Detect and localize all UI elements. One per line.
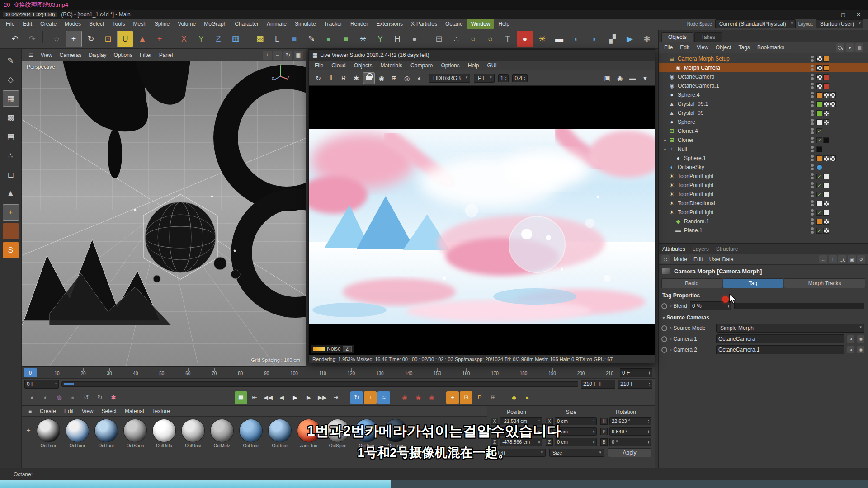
- object-tree-row[interactable]: + ⊞ Cloner.4 ✓: [659, 127, 868, 136]
- orange-tag-chip[interactable]: [816, 155, 822, 161]
- points-mode-icon[interactable]: ∴: [3, 147, 19, 164]
- visibility-dots[interactable]: [811, 155, 816, 161]
- display-filter-icon[interactable]: ▩: [252, 31, 268, 47]
- attributes-menu-item[interactable]: User Data: [706, 254, 737, 264]
- goto-start-icon[interactable]: ⇤: [248, 391, 261, 404]
- light-2-icon[interactable]: ○: [482, 31, 499, 47]
- history-icon[interactable]: ↺: [857, 255, 865, 263]
- prev-key-icon[interactable]: ◀◀: [262, 391, 274, 404]
- reset-icon[interactable]: R: [338, 72, 349, 84]
- live-viewer-menu-item[interactable]: Materials: [376, 61, 406, 70]
- object-tree-row[interactable]: ◆ Random.1: [659, 217, 868, 226]
- objects-menu-item[interactable]: View: [693, 42, 712, 52]
- layout-sphere-2-icon[interactable]: ◐: [39, 391, 52, 404]
- menu-item[interactable]: Animate: [263, 19, 291, 29]
- live-viewer-menu-item[interactable]: Objects: [350, 61, 377, 70]
- kernel-select[interactable]: PT: [474, 74, 494, 83]
- visibility-dots[interactable]: [811, 119, 816, 125]
- menu-item[interactable]: Select: [85, 19, 108, 29]
- hamburger-icon[interactable]: ≡: [24, 406, 36, 416]
- object-tree-row[interactable]: ☀ ToonDirectional: [659, 199, 868, 208]
- key-position-icon[interactable]: +: [446, 391, 459, 404]
- object-name[interactable]: ToonPointLight: [678, 191, 713, 197]
- black-tag-chip[interactable]: [823, 137, 829, 143]
- keyframe-circle[interactable]: [661, 325, 667, 331]
- material-bar-icon[interactable]: ▬: [551, 31, 567, 47]
- menu-item[interactable]: File: [2, 19, 19, 29]
- character-icon[interactable]: Y: [372, 31, 388, 47]
- current-frame-field[interactable]: 0 F: [620, 368, 652, 377]
- object-name[interactable]: ToonPointLight: [678, 182, 713, 188]
- object-name[interactable]: Morph Camera: [684, 65, 720, 71]
- mat-tag-chip[interactable]: [816, 65, 822, 71]
- stepper-arrows[interactable]: [728, 304, 729, 308]
- lock-icon[interactable]: ▣: [848, 255, 856, 263]
- mat-tag-chip[interactable]: [830, 155, 836, 161]
- orange-tag-chip[interactable]: [816, 219, 822, 225]
- object-name[interactable]: OctaneCamera: [678, 74, 714, 80]
- object-tree-row[interactable]: + ⊞ Cloner ✓: [659, 136, 868, 145]
- color-ball-icon[interactable]: ◍: [53, 391, 66, 404]
- orange-tag-chip[interactable]: [823, 65, 829, 71]
- spacer[interactable]: [439, 391, 445, 404]
- snowflake-icon[interactable]: ✳: [355, 31, 371, 47]
- object-name[interactable]: Sphere.1: [684, 155, 706, 161]
- section-source-cameras[interactable]: Source Cameras: [659, 311, 868, 323]
- autokey-icon[interactable]: ◆: [508, 391, 520, 404]
- object-name[interactable]: Null: [678, 146, 687, 152]
- viewport-menu-item[interactable]: Panel: [156, 50, 177, 60]
- object-tree-row[interactable]: − ▤ Camera Morph Setup: [659, 54, 868, 63]
- viewport-menu-item[interactable]: Cameras: [56, 50, 85, 60]
- object-name[interactable]: ToonDirectional: [678, 200, 715, 206]
- next-frame-icon[interactable]: ▶: [302, 391, 315, 404]
- green-tag-chip[interactable]: [816, 101, 822, 107]
- gear-icon[interactable]: ✱: [639, 31, 655, 47]
- object-tree-row[interactable]: ☀ ToonPointLight ✓: [659, 181, 868, 190]
- frame-tick[interactable]: 30: [107, 370, 112, 376]
- add-tool-icon[interactable]: +: [151, 31, 168, 47]
- check-tag-chip[interactable]: ✓: [816, 128, 822, 134]
- object-tree-row[interactable]: ◐ OctaneSky: [659, 163, 868, 172]
- object-name[interactable]: ToonPointLight: [678, 209, 713, 216]
- panel-tab[interactable]: Objects: [661, 32, 693, 42]
- mat-tag-chip[interactable]: [823, 101, 829, 107]
- live-viewer-menu-item[interactable]: File: [311, 61, 327, 70]
- frame-tick[interactable]: 90: [264, 370, 269, 376]
- record-position-icon[interactable]: ◉: [398, 391, 411, 404]
- keyframe-circle[interactable]: [661, 336, 667, 342]
- texture-mode-icon[interactable]: ▩: [3, 109, 19, 126]
- objects-menu-item[interactable]: Edit: [676, 42, 693, 52]
- make-preview-icon[interactable]: ▦: [235, 391, 247, 404]
- wave-icon[interactable]: ≈: [377, 391, 390, 404]
- black-tag-chip[interactable]: [816, 146, 822, 152]
- frame-tick[interactable]: 210: [606, 370, 613, 376]
- range-slider[interactable]: [61, 381, 578, 387]
- object-name[interactable]: Cloner: [678, 137, 693, 143]
- frame-tick[interactable]: 100: [290, 370, 298, 376]
- viewport-menu-item[interactable]: View: [37, 50, 56, 60]
- white-tag-chip[interactable]: [823, 174, 829, 179]
- tools-icon[interactable]: T: [500, 31, 516, 47]
- menu-item[interactable]: Tracker: [320, 19, 346, 29]
- prev-frame-icon[interactable]: ◀: [275, 391, 288, 404]
- mat-tag-chip[interactable]: [823, 110, 829, 116]
- spacer[interactable]: [343, 391, 349, 404]
- visibility-dots[interactable]: [811, 56, 816, 62]
- clapper-icon[interactable]: ▞: [604, 31, 621, 47]
- object-name[interactable]: Random.1: [684, 218, 709, 225]
- divider[interactable]: [170, 31, 174, 43]
- live-viewer-menu-item[interactable]: Help: [464, 61, 483, 70]
- substance-icon[interactable]: S: [3, 242, 19, 258]
- array-icon[interactable]: ⊞: [431, 31, 447, 47]
- back-icon[interactable]: ←: [819, 255, 827, 263]
- mirror-tool-icon[interactable]: ▲: [134, 31, 151, 47]
- layout-select[interactable]: Startup (User): [816, 19, 863, 28]
- menu-item[interactable]: Tools: [108, 19, 129, 29]
- bookmark-icon[interactable]: ▤: [855, 43, 863, 52]
- play-icon[interactable]: ▶: [289, 391, 302, 404]
- object-name[interactable]: Plane.1: [684, 227, 703, 234]
- record-scale-icon[interactable]: ◉: [412, 391, 425, 404]
- viewport-canvas[interactable]: Perspective Grid Spacing : 100 cm Y X Z: [22, 61, 306, 366]
- materials-menu-item[interactable]: Material: [121, 406, 148, 416]
- frame-tick[interactable]: 160: [462, 370, 470, 376]
